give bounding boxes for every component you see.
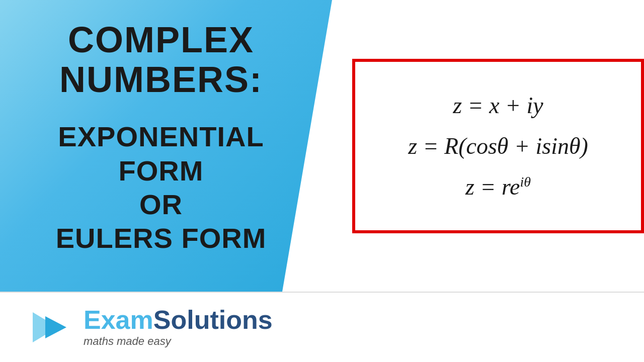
title-block: COMPLEX NUMBERS: EXPONENTIAL FORM OR EUL…: [20, 20, 302, 255]
subtitle-block: EXPONENTIAL FORM OR EULERS FORM: [20, 120, 302, 255]
left-panel: COMPLEX NUMBERS: EXPONENTIAL FORM OR EUL…: [0, 0, 332, 292]
subtitle-line2: OR: [20, 188, 302, 221]
formula-line-1: z = x + iy: [385, 88, 611, 123]
right-panel: z = x + iy z = R(cosθ + isinθ) z = reiθ: [332, 0, 644, 292]
subtitle-line3: EULERS FORM: [20, 221, 302, 255]
bottom-bar: ExamSolutions maths made easy: [0, 292, 644, 362]
svg-marker-1: [45, 316, 66, 338]
formula-line-3: z = reiθ: [385, 169, 611, 204]
logo-brand-name: ExamSolutions: [84, 307, 273, 333]
formula-line-2: z = R(cosθ + isinθ): [385, 129, 611, 163]
subtitle-line1: EXPONENTIAL FORM: [20, 120, 302, 187]
logo-icon-svg: [30, 307, 75, 347]
formula-box: z = x + iy z = R(cosθ + isinθ) z = reiθ: [352, 59, 644, 233]
title-line2: NUMBERS:: [20, 60, 302, 100]
logo: ExamSolutions maths made easy: [30, 307, 273, 348]
logo-text: ExamSolutions maths made easy: [84, 307, 273, 348]
title-line1: COMPLEX: [20, 20, 302, 60]
logo-tagline: maths made easy: [84, 335, 273, 348]
